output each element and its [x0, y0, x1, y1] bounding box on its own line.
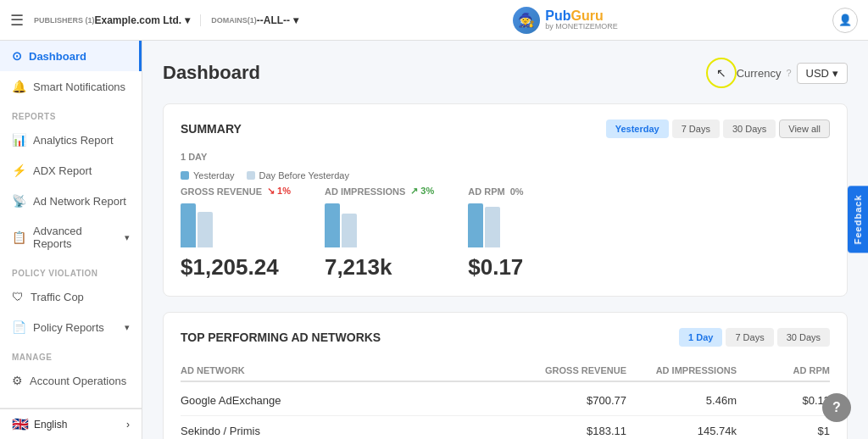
publisher-label: PUBLISHERS (1)	[34, 16, 95, 25]
adx-icon: ⚡	[12, 164, 26, 177]
sidebar-item-label: Dashboard	[29, 50, 86, 63]
legend-day-before-label: Day Before Yesterday	[259, 170, 349, 181]
logo-mascot-icon: 🧙	[513, 7, 540, 34]
gross-revenue-value: $1,205.24	[181, 254, 291, 281]
feedback-tab[interactable]: Feedback	[848, 186, 868, 253]
help-button[interactable]: ?	[822, 393, 851, 422]
chevron-down-icon: ▾	[125, 232, 130, 243]
analytics-icon: 📊	[12, 133, 26, 147]
metrics-row: Gross Revenue ↘ 1% $1,205.24 AD IMPRESSI…	[181, 186, 830, 281]
network-icon: 📡	[12, 194, 26, 208]
bar-primary	[468, 203, 483, 247]
ad-impressions-label: AD IMPRESSIONS ↗ 3%	[325, 186, 434, 197]
legend-dot-day-before	[247, 171, 255, 180]
tab-7days[interactable]: 7 Days	[672, 119, 720, 138]
table-header: Ad Network Gross Revenue Ad Impressions …	[181, 360, 830, 382]
bar-secondary	[485, 207, 500, 247]
sidebar-item-label: Advanced Reports	[33, 225, 118, 250]
col-header-revenue: Gross Revenue	[533, 365, 643, 375]
reports-icon: 📋	[12, 231, 26, 244]
sidebar-item-advanced-reports[interactable]: 📋 Advanced Reports ▾	[0, 216, 142, 258]
publisher-selector[interactable]: PUBLISHERS (1) Example.com Ltd. ▾	[34, 14, 201, 26]
network-revenue: $183.11	[533, 425, 643, 437]
logo-pub-text: Pub	[545, 8, 570, 23]
chevron-down-icon: ▾	[832, 67, 838, 80]
flag-icon: 🇬🇧	[12, 416, 29, 432]
sidebar-item-label: Smart Notifications	[33, 81, 125, 93]
bar-primary	[325, 203, 340, 247]
sidebar: ⊙ Dashboard 🔔 Smart Notifications REPORT…	[0, 41, 142, 439]
policy-icon: 📄	[12, 320, 26, 334]
ad-rpm-chart	[468, 203, 523, 247]
content-header: Dashboard ↖ Currency ? USD ▾	[163, 58, 848, 88]
ad-rpm-label: AD RPM 0%	[468, 186, 523, 197]
metric-gross-revenue: Gross Revenue ↘ 1% $1,205.24	[181, 186, 291, 281]
tab-view-all[interactable]: View all	[779, 119, 830, 138]
user-avatar-icon[interactable]: 👤	[832, 8, 858, 33]
ad-impressions-chart	[325, 203, 434, 247]
col-header-impressions: Ad Impressions	[643, 365, 754, 375]
language-label: English	[34, 419, 67, 431]
currency-value: USD	[806, 67, 829, 80]
main-content: Dashboard ↖ Currency ? USD ▾ SUMMARY Yes…	[142, 41, 868, 439]
sidebar-item-dashboard[interactable]: ⊙ Dashboard	[0, 41, 142, 71]
gross-revenue-chart	[181, 203, 291, 247]
sidebar-item-smart-notifications[interactable]: 🔔 Smart Notifications	[0, 71, 142, 102]
domain-value[interactable]: --ALL-- ▾	[257, 14, 298, 26]
logo-brand: PubGuru by MONETIZEMORE	[545, 8, 618, 31]
tab-30days-network[interactable]: 30 Days	[777, 328, 830, 347]
domain-selector[interactable]: DOMAINS(1) --ALL-- ▾	[211, 14, 298, 26]
summary-time-tabs: Yesterday 7 Days 30 Days View all	[606, 119, 830, 138]
sidebar-item-label: Analytics Report	[33, 134, 114, 147]
sidebar-item-label: Account Operations	[30, 375, 126, 387]
summary-title: SUMMARY	[181, 122, 606, 136]
network-rpm: $1	[754, 425, 830, 437]
currency-help-icon[interactable]: ?	[786, 68, 791, 78]
summary-card-header: SUMMARY Yesterday 7 Days 30 Days View al…	[181, 119, 830, 138]
top-networks-card: TOP PERFORMING AD NETWORKS 1 Day 7 Days …	[163, 312, 848, 439]
legend-yesterday: Yesterday	[181, 170, 235, 181]
main-layout: ⊙ Dashboard 🔔 Smart Notifications REPORT…	[0, 41, 868, 439]
ad-impressions-value: 7,213k	[325, 254, 434, 281]
sidebar-item-label: Ad Network Report	[33, 195, 126, 208]
metric-ad-impressions: AD IMPRESSIONS ↗ 3% 7,213k	[325, 186, 434, 281]
chevron-down-icon: ▾	[185, 14, 190, 26]
policy-section-label: POLICY VIOLATION	[0, 258, 142, 281]
summary-legend: Yesterday Day Before Yesterday	[181, 170, 830, 181]
top-networks-header: TOP PERFORMING AD NETWORKS 1 Day 7 Days …	[181, 328, 830, 347]
network-rpm: $0.13	[754, 394, 830, 407]
reports-section-label: REPORTS	[0, 102, 142, 125]
topbar-right: 👤	[832, 8, 858, 33]
sidebar-item-label: Policy Reports	[33, 321, 104, 334]
sidebar-item-traffic-cop[interactable]: 🛡 Traffic Cop	[0, 281, 142, 312]
tab-30days[interactable]: 30 Days	[723, 119, 776, 138]
logo-sub-text: by MONETIZEMORE	[545, 23, 618, 31]
topbar: ☰ PUBLISHERS (1) Example.com Ltd. ▾ DOMA…	[0, 0, 868, 41]
col-header-network: Ad Network	[181, 365, 533, 375]
tab-yesterday[interactable]: Yesterday	[606, 119, 669, 138]
sidebar-item-ad-network-report[interactable]: 📡 Ad Network Report	[0, 186, 142, 216]
network-name: Google AdExchange	[181, 394, 533, 407]
language-selector[interactable]: 🇬🇧 English ›	[0, 408, 142, 439]
sidebar-item-analytics-report[interactable]: 📊 Analytics Report	[0, 125, 142, 155]
publisher-value[interactable]: Example.com Ltd. ▾	[95, 14, 191, 26]
sidebar-item-adx-report[interactable]: ⚡ ADX Report	[0, 155, 142, 186]
sidebar-item-policy-reports[interactable]: 📄 Policy Reports ▾	[0, 312, 142, 342]
tab-1day[interactable]: 1 Day	[679, 328, 722, 347]
hamburger-menu-icon[interactable]: ☰	[10, 11, 24, 30]
legend-dot-yesterday	[181, 171, 189, 180]
sidebar-item-label: Traffic Cop	[31, 291, 84, 303]
col-header-rpm: Ad RPM	[754, 365, 830, 375]
legend-day-before: Day Before Yesterday	[247, 170, 349, 181]
ad-impressions-change: ↗ 3%	[410, 186, 434, 197]
currency-area: Currency ? USD ▾	[737, 63, 848, 84]
currency-select[interactable]: USD ▾	[797, 63, 848, 84]
chevron-right-icon: ›	[126, 419, 130, 431]
ad-rpm-value: $0.17	[468, 254, 523, 281]
top-networks-title: TOP PERFORMING AD NETWORKS	[181, 331, 679, 344]
domain-label: DOMAINS(1)	[211, 16, 257, 25]
logo-area: 🧙 PubGuru by MONETIZEMORE	[298, 7, 832, 34]
tab-7days-network[interactable]: 7 Days	[726, 328, 773, 347]
page-title: Dashboard	[163, 62, 693, 84]
sidebar-item-account-operations[interactable]: ⚙ Account Operations	[0, 365, 142, 396]
